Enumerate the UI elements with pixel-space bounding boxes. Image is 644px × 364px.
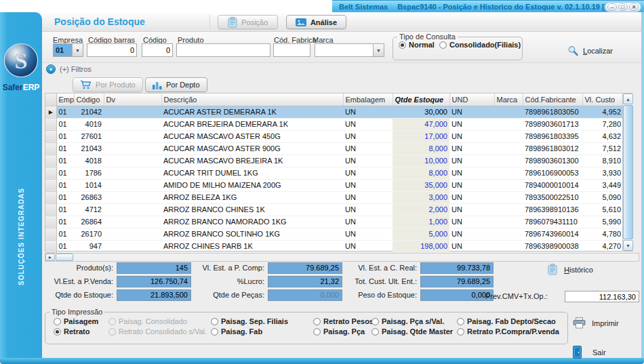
- table-row[interactable]: ▶0121042ACUCAR ASTER DEMERARA 1KUN30,000…: [45, 106, 623, 118]
- cell-und[interactable]: UN: [449, 142, 494, 155]
- vertical-scrollbar-thumb[interactable]: [623, 105, 633, 239]
- cell-und[interactable]: UN: [449, 167, 494, 179]
- cell-embalagem[interactable]: UN: [343, 216, 393, 228]
- close-button[interactable]: ✕: [629, 3, 639, 11]
- cell-descricao[interactable]: ACUCAR TRIT DUMEL 1KG: [161, 167, 343, 179]
- cell-emp[interactable]: 01: [56, 130, 74, 142]
- cell-qtde-estoque[interactable]: 17,000: [393, 130, 449, 142]
- cell-codigo[interactable]: 26864: [74, 216, 104, 228]
- cell-emp[interactable]: 01: [56, 203, 74, 216]
- cell-qtde-estoque[interactable]: 47,000: [393, 118, 449, 130]
- cell-vl-custo[interactable]: 7,512: [582, 142, 623, 155]
- cell-emp[interactable]: 01: [56, 191, 74, 203]
- scroll-up-icon[interactable]: ▲: [623, 94, 633, 104]
- cell-dv[interactable]: [104, 167, 161, 179]
- cell-marca[interactable]: [494, 179, 523, 191]
- table-row[interactable]: 0121043ACUCAR MASCAVO ASTER 900GUN8,000U…: [45, 142, 623, 155]
- cell-qtde-estoque[interactable]: 5,000: [393, 228, 449, 240]
- cod-fabrica-input[interactable]: [273, 43, 310, 57]
- cell-marca[interactable]: [494, 130, 523, 142]
- cell-marca[interactable]: [494, 216, 523, 228]
- chevron-down-icon[interactable]: ▼: [373, 44, 384, 56]
- cell-dv[interactable]: [104, 203, 161, 216]
- filtros-toggle[interactable]: ▼ (+) Filtros: [42, 63, 641, 77]
- table-row[interactable]: 01947ARROZ CHINES PARB 1KUN198,000UN7896…: [45, 240, 623, 252]
- codigo-input[interactable]: [142, 43, 173, 57]
- cell-emp[interactable]: 01: [56, 179, 74, 191]
- column-header-marca[interactable]: Marca: [494, 94, 523, 106]
- column-header-vl-custo[interactable]: Vl. Custo: [582, 94, 623, 106]
- cell-codigo[interactable]: 27601: [74, 130, 104, 142]
- cell-marca[interactable]: [494, 167, 523, 179]
- cell-dv[interactable]: [104, 240, 161, 252]
- column-header-descricao[interactable]: Descrição: [161, 94, 343, 106]
- chevron-down-icon[interactable]: ▼: [72, 44, 83, 56]
- cell-qtde-estoque[interactable]: 8,000: [393, 167, 449, 179]
- column-header-und[interactable]: UND: [449, 94, 494, 106]
- column-header-codigo[interactable]: Código: [74, 94, 104, 106]
- cell-embalagem[interactable]: UN: [343, 191, 393, 203]
- cell-qtde-estoque[interactable]: 3,000: [393, 191, 449, 203]
- print-option-paisag-qtde-master[interactable]: Paisag. Qtde Master: [371, 327, 457, 336]
- minimize-button[interactable]: –: [607, 3, 617, 11]
- cell-dv[interactable]: [104, 191, 161, 203]
- print-option-retrato-consolidado-s-val-[interactable]: Retrato Consolidado s/Val.: [108, 327, 211, 336]
- cell-cod-fabricante[interactable]: 7898903601300: [523, 155, 582, 167]
- print-option-paisag-consolidado[interactable]: Paisag. Consolidado: [108, 317, 211, 325]
- cell-emp[interactable]: 01: [56, 118, 74, 130]
- table-row[interactable]: 014019ACUCAR BREJEIRA DEMERARA 1KUN47,00…: [45, 118, 623, 130]
- cell-vl-custo[interactable]: 4,952: [582, 106, 623, 118]
- cell-embalagem[interactable]: UN: [343, 118, 393, 130]
- cell-und[interactable]: UN: [449, 191, 494, 203]
- imprimir-button[interactable]: Imprimir: [573, 317, 619, 329]
- cell-embalagem[interactable]: UN: [343, 106, 393, 118]
- cell-cod-fabricante[interactable]: 7898961803012: [523, 142, 582, 155]
- cell-vl-custo[interactable]: 5,990: [582, 216, 623, 228]
- cell-und[interactable]: UN: [449, 106, 494, 118]
- cell-embalagem[interactable]: UN: [343, 228, 393, 240]
- cell-descricao[interactable]: ACUCAR ASTER DEMERARA 1K: [161, 106, 343, 118]
- cell-emp[interactable]: 01: [56, 142, 74, 155]
- table-row[interactable]: 0127601ACUCAR MASCAVO ASTER 450GUN17,000…: [45, 130, 623, 142]
- print-option-paisag-p-a[interactable]: Paisag. Pça: [313, 327, 371, 336]
- cell-codigo[interactable]: 947: [74, 240, 104, 252]
- cell-vl-custo[interactable]: 5,090: [582, 191, 623, 203]
- table-row[interactable]: 0126863ARROZ BELEZA 1KGUN3,000UN78935000…: [45, 191, 623, 203]
- cell-marca[interactable]: [494, 228, 523, 240]
- posicao-button[interactable]: Posição: [218, 15, 278, 29]
- cell-cod-fabricante[interactable]: 7898961803050: [523, 106, 582, 118]
- cell-marca[interactable]: [494, 191, 523, 203]
- sair-button[interactable]: Sair: [573, 346, 606, 359]
- cell-descricao[interactable]: ACUCAR MASCAVO ASTER 900G: [161, 142, 343, 155]
- print-option-paisag-fab[interactable]: Paisag. Fab: [211, 327, 313, 336]
- cell-dv[interactable]: [104, 142, 161, 155]
- table-row[interactable]: 0126864ARROZ BRANCO NAMORADO 1KGUN1,000U…: [45, 216, 623, 228]
- column-header-embalagem[interactable]: Embalagem: [343, 94, 393, 106]
- cell-vl-custo[interactable]: 8,910: [582, 155, 623, 167]
- cell-codigo[interactable]: 26863: [74, 191, 104, 203]
- cell-vl-custo[interactable]: 3,930: [582, 167, 623, 179]
- codigo-barras-input[interactable]: [87, 43, 137, 57]
- horizontal-scrollbar[interactable]: ◄ ►: [45, 253, 639, 262]
- cell-descricao[interactable]: ACUCAR BREJEIRA DEMERARA 1K: [161, 118, 343, 130]
- cell-emp[interactable]: 01: [56, 167, 74, 179]
- cell-marca[interactable]: [494, 118, 523, 130]
- cell-emp[interactable]: 01: [56, 155, 74, 167]
- cell-dv[interactable]: [104, 118, 161, 130]
- cell-qtde-estoque[interactable]: 10,000: [393, 155, 449, 167]
- scroll-right-icon[interactable]: ►: [45, 254, 55, 261]
- cell-codigo[interactable]: 1014: [74, 179, 104, 191]
- cell-descricao[interactable]: ARROZ BRANCO SOLTINHO 1KG: [161, 228, 343, 240]
- horizontal-scrollbar-thumb[interactable]: [56, 254, 73, 261]
- cell-codigo[interactable]: 4019: [74, 118, 104, 130]
- cell-cod-fabricante[interactable]: 7898961803395: [523, 130, 582, 142]
- cell-descricao[interactable]: ARROZ BRANCO NAMORADO 1KG: [161, 216, 343, 228]
- column-header-qtde-estoque[interactable]: Qtde Estoque: [393, 94, 449, 106]
- cell-marca[interactable]: [494, 142, 523, 155]
- column-header-dv[interactable]: Dv: [104, 94, 161, 106]
- cell-cod-fabricante[interactable]: 7894000010014: [523, 179, 582, 191]
- cell-codigo[interactable]: 4712: [74, 203, 104, 216]
- cell-dv[interactable]: [104, 228, 161, 240]
- print-option-retrato-p-compra-p-venda[interactable]: Retrato P.Compra/P.venda: [457, 327, 567, 336]
- cell-und[interactable]: UN: [449, 130, 494, 142]
